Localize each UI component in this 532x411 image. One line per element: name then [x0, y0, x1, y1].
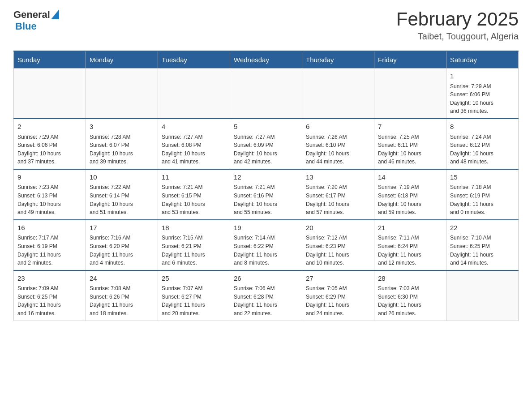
calendar-cell: 22Sunrise: 7:10 AMSunset: 6:25 PMDayligh… [446, 220, 519, 270]
day-number: 2 [17, 122, 82, 132]
day-number: 14 [378, 172, 442, 183]
day-info: Sunrise: 7:09 AMSunset: 6:25 PMDaylight:… [17, 284, 82, 317]
calendar-cell [302, 68, 374, 119]
day-number: 18 [162, 223, 226, 233]
logo-blue: Blue [15, 21, 37, 32]
calendar-cell: 19Sunrise: 7:14 AMSunset: 6:22 PMDayligh… [230, 220, 302, 270]
calendar-cell: 13Sunrise: 7:20 AMSunset: 6:17 PMDayligh… [302, 169, 374, 220]
calendar-cell: 8Sunrise: 7:24 AMSunset: 6:12 PMDaylight… [446, 119, 519, 169]
day-info: Sunrise: 7:22 AMSunset: 6:14 PMDaylight:… [90, 183, 154, 216]
day-number: 16 [17, 223, 82, 233]
day-info: Sunrise: 7:21 AMSunset: 6:16 PMDaylight:… [234, 183, 298, 216]
calendar-week-row: 23Sunrise: 7:09 AMSunset: 6:25 PMDayligh… [14, 270, 519, 321]
day-number: 26 [234, 274, 298, 284]
weekday-header-row: SundayMondayTuesdayWednesdayThursdayFrid… [14, 51, 519, 68]
calendar-week-row: 2Sunrise: 7:29 AMSunset: 6:06 PMDaylight… [14, 119, 519, 169]
day-number: 17 [90, 223, 154, 233]
calendar-cell [230, 68, 302, 119]
calendar-week-row: 16Sunrise: 7:17 AMSunset: 6:19 PMDayligh… [14, 220, 519, 270]
day-number: 23 [17, 274, 82, 284]
calendar-cell: 27Sunrise: 7:05 AMSunset: 6:29 PMDayligh… [302, 270, 374, 321]
day-info: Sunrise: 7:18 AMSunset: 6:19 PMDaylight:… [450, 183, 515, 216]
day-number: 1 [450, 71, 515, 81]
calendar-cell: 6Sunrise: 7:26 AMSunset: 6:10 PMDaylight… [302, 119, 374, 169]
calendar-table: SundayMondayTuesdayWednesdayThursdayFrid… [13, 51, 519, 321]
svg-marker-0 [51, 9, 59, 19]
day-info: Sunrise: 7:20 AMSunset: 6:17 PMDaylight:… [306, 183, 370, 216]
weekday-header-tuesday: Tuesday [158, 51, 230, 68]
day-info: Sunrise: 7:16 AMSunset: 6:20 PMDaylight:… [90, 234, 154, 267]
day-number: 11 [162, 172, 226, 183]
day-info: Sunrise: 7:21 AMSunset: 6:15 PMDaylight:… [162, 183, 226, 216]
calendar-cell: 16Sunrise: 7:17 AMSunset: 6:19 PMDayligh… [14, 220, 86, 270]
day-number: 7 [378, 122, 442, 132]
calendar-week-row: 1Sunrise: 7:29 AMSunset: 6:06 PMDaylight… [14, 68, 519, 119]
day-number: 12 [234, 172, 298, 183]
calendar-cell [374, 68, 446, 119]
weekday-header-thursday: Thursday [302, 51, 374, 68]
calendar-cell: 1Sunrise: 7:29 AMSunset: 6:06 PMDaylight… [446, 68, 519, 119]
day-number: 24 [90, 274, 154, 284]
day-number: 15 [450, 172, 515, 183]
calendar-cell: 4Sunrise: 7:27 AMSunset: 6:08 PMDaylight… [158, 119, 230, 169]
day-number: 3 [90, 122, 154, 132]
day-info: Sunrise: 7:19 AMSunset: 6:18 PMDaylight:… [378, 183, 442, 216]
day-info: Sunrise: 7:25 AMSunset: 6:11 PMDaylight:… [378, 133, 442, 166]
calendar-cell: 9Sunrise: 7:23 AMSunset: 6:13 PMDaylight… [14, 169, 86, 220]
day-number: 13 [306, 172, 370, 183]
calendar-cell: 12Sunrise: 7:21 AMSunset: 6:16 PMDayligh… [230, 169, 302, 220]
weekday-header-friday: Friday [374, 51, 446, 68]
calendar-cell: 26Sunrise: 7:06 AMSunset: 6:28 PMDayligh… [230, 270, 302, 321]
logo-triangle-icon [51, 9, 59, 19]
calendar-cell: 2Sunrise: 7:29 AMSunset: 6:06 PMDaylight… [14, 119, 86, 169]
calendar-subtitle: Taibet, Touggourt, Algeria [396, 31, 519, 42]
day-info: Sunrise: 7:17 AMSunset: 6:19 PMDaylight:… [17, 234, 82, 267]
day-info: Sunrise: 7:27 AMSunset: 6:09 PMDaylight:… [234, 133, 298, 166]
calendar-body: 1Sunrise: 7:29 AMSunset: 6:06 PMDaylight… [14, 68, 519, 321]
day-info: Sunrise: 7:05 AMSunset: 6:29 PMDaylight:… [306, 284, 370, 317]
day-number: 20 [306, 223, 370, 233]
calendar-cell: 25Sunrise: 7:07 AMSunset: 6:27 PMDayligh… [158, 270, 230, 321]
day-info: Sunrise: 7:29 AMSunset: 6:06 PMDaylight:… [17, 133, 82, 166]
day-number: 28 [378, 274, 442, 284]
day-number: 10 [90, 172, 154, 183]
calendar-week-row: 9Sunrise: 7:23 AMSunset: 6:13 PMDaylight… [14, 169, 519, 220]
day-info: Sunrise: 7:03 AMSunset: 6:30 PMDaylight:… [378, 284, 442, 317]
weekday-header-monday: Monday [86, 51, 158, 68]
day-info: Sunrise: 7:27 AMSunset: 6:08 PMDaylight:… [162, 133, 226, 166]
calendar-cell: 20Sunrise: 7:12 AMSunset: 6:23 PMDayligh… [302, 220, 374, 270]
day-number: 6 [306, 122, 370, 132]
title-block: February 2025 Taibet, Touggourt, Algeria [396, 9, 519, 42]
calendar-cell: 5Sunrise: 7:27 AMSunset: 6:09 PMDaylight… [230, 119, 302, 169]
day-info: Sunrise: 7:10 AMSunset: 6:25 PMDaylight:… [450, 234, 515, 267]
day-number: 19 [234, 223, 298, 233]
calendar-cell: 18Sunrise: 7:15 AMSunset: 6:21 PMDayligh… [158, 220, 230, 270]
calendar-cell: 24Sunrise: 7:08 AMSunset: 6:26 PMDayligh… [86, 270, 158, 321]
day-number: 21 [378, 223, 442, 233]
logo-general: General [13, 9, 50, 21]
weekday-header-wednesday: Wednesday [230, 51, 302, 68]
day-info: Sunrise: 7:06 AMSunset: 6:28 PMDaylight:… [234, 284, 298, 317]
day-info: Sunrise: 7:15 AMSunset: 6:21 PMDaylight:… [162, 234, 226, 267]
calendar-cell: 7Sunrise: 7:25 AMSunset: 6:11 PMDaylight… [374, 119, 446, 169]
day-info: Sunrise: 7:14 AMSunset: 6:22 PMDaylight:… [234, 234, 298, 267]
day-number: 22 [450, 223, 515, 233]
calendar-cell: 28Sunrise: 7:03 AMSunset: 6:30 PMDayligh… [374, 270, 446, 321]
day-info: Sunrise: 7:08 AMSunset: 6:26 PMDaylight:… [90, 284, 154, 317]
day-info: Sunrise: 7:12 AMSunset: 6:23 PMDaylight:… [306, 234, 370, 267]
day-info: Sunrise: 7:07 AMSunset: 6:27 PMDaylight:… [162, 284, 226, 317]
calendar-cell [14, 68, 86, 119]
calendar-cell: 11Sunrise: 7:21 AMSunset: 6:15 PMDayligh… [158, 169, 230, 220]
day-info: Sunrise: 7:29 AMSunset: 6:06 PMDaylight:… [450, 82, 515, 116]
day-number: 25 [162, 274, 226, 284]
day-number: 27 [306, 274, 370, 284]
day-number: 9 [17, 172, 82, 183]
day-info: Sunrise: 7:11 AMSunset: 6:24 PMDaylight:… [378, 234, 442, 267]
calendar-cell: 14Sunrise: 7:19 AMSunset: 6:18 PMDayligh… [374, 169, 446, 220]
calendar-cell: 21Sunrise: 7:11 AMSunset: 6:24 PMDayligh… [374, 220, 446, 270]
calendar-cell: 23Sunrise: 7:09 AMSunset: 6:25 PMDayligh… [14, 270, 86, 321]
day-info: Sunrise: 7:26 AMSunset: 6:10 PMDaylight:… [306, 133, 370, 166]
day-info: Sunrise: 7:23 AMSunset: 6:13 PMDaylight:… [17, 183, 82, 216]
calendar-header: SundayMondayTuesdayWednesdayThursdayFrid… [14, 51, 519, 68]
calendar-cell: 3Sunrise: 7:28 AMSunset: 6:07 PMDaylight… [86, 119, 158, 169]
